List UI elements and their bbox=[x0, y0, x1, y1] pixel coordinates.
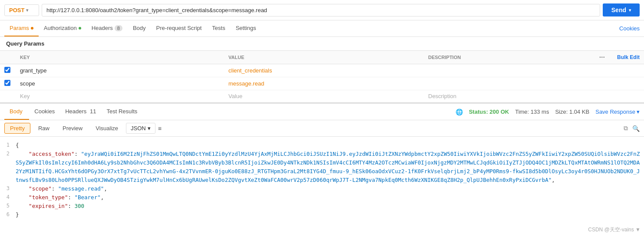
cookies-link[interactable]: Cookies bbox=[619, 21, 640, 36]
row1-value: client_credentials bbox=[228, 67, 272, 74]
th-actions: ··· bbox=[594, 51, 609, 64]
response-tab-headers[interactable]: Headers 11 bbox=[60, 104, 101, 120]
language-selector[interactable]: JSON ▾ bbox=[126, 123, 155, 134]
th-check bbox=[0, 51, 16, 64]
url-input[interactable] bbox=[42, 4, 600, 16]
response-status: Status: 200 OK bbox=[469, 109, 509, 115]
tab-headers[interactable]: Headers 8 bbox=[86, 20, 128, 36]
format-preview-button[interactable]: Preview bbox=[57, 123, 88, 133]
response-tab-test-results-label: Test Results bbox=[106, 108, 137, 115]
response-headers-badge: 11 bbox=[90, 108, 96, 115]
bulk-actions-icon[interactable]: ··· bbox=[599, 53, 605, 61]
send-button[interactable]: Send ▾ bbox=[603, 3, 640, 16]
authorization-dot-icon bbox=[79, 27, 81, 30]
tab-params[interactable]: Params bbox=[4, 20, 39, 36]
response-tab-cookies-label: Cookies bbox=[34, 108, 55, 115]
code-line-2: 2 "access_token": "eyJraWQi0iI6M2IzNjFhZ… bbox=[0, 150, 644, 184]
empty-desc-placeholder: Description bbox=[428, 93, 456, 99]
row1-desc bbox=[424, 64, 594, 77]
th-value: VALUE bbox=[224, 51, 424, 64]
language-chevron-icon: ▾ bbox=[148, 125, 151, 132]
code-line-6: 6 } bbox=[0, 211, 644, 219]
tab-prerequest[interactable]: Pre-request Script bbox=[151, 20, 207, 36]
empty-value-placeholder: Value bbox=[228, 93, 242, 99]
globe-icon: 🌐 bbox=[456, 109, 463, 115]
row2-key: scope bbox=[20, 80, 35, 87]
save-response-chevron-icon: ▾ bbox=[637, 109, 640, 115]
empty-key-placeholder: Key bbox=[20, 93, 30, 99]
row2-checkbox[interactable] bbox=[4, 80, 10, 86]
params-dot-icon bbox=[31, 27, 33, 30]
send-chevron-icon: ▾ bbox=[629, 8, 631, 13]
response-tab-cookies[interactable]: Cookies bbox=[29, 104, 60, 120]
response-size: Size: 1.04 KB bbox=[555, 109, 589, 115]
format-raw-button[interactable]: Raw bbox=[33, 123, 55, 133]
row2-desc bbox=[424, 77, 594, 90]
format-pretty-button[interactable]: Pretty bbox=[4, 123, 30, 134]
tab-settings[interactable]: Settings bbox=[231, 20, 261, 36]
format-bar: Pretty Raw Preview Visualize JSON ▾ ≡ ⧉ … bbox=[0, 120, 644, 137]
query-params-section: Query Params KEY VALUE DESCRIPTION ··· B… bbox=[0, 37, 644, 102]
table-row-empty: Key Value Description bbox=[0, 90, 644, 102]
save-response-label: Save Response bbox=[595, 109, 635, 115]
copy-icon[interactable]: ⧉ bbox=[624, 125, 628, 132]
code-line-3: 3 "scope": "message.read", bbox=[0, 184, 644, 193]
response-tab-body[interactable]: Body bbox=[4, 104, 29, 120]
tab-headers-label: Headers bbox=[92, 25, 113, 31]
tab-body-label: Body bbox=[133, 25, 146, 31]
response-section: Body Cookies Headers 11 Test Results 🌐 S… bbox=[0, 102, 644, 224]
tab-body[interactable]: Body bbox=[128, 20, 151, 36]
tab-settings-label: Settings bbox=[236, 25, 256, 31]
method-chevron-icon: ▾ bbox=[26, 8, 28, 13]
response-meta: 🌐 Status: 200 OK Time: 133 ms Size: 1.04… bbox=[456, 109, 640, 115]
request-tabs: Params Authorization Headers 8 Body Pre-… bbox=[0, 20, 644, 37]
response-tab-body-label: Body bbox=[10, 108, 23, 115]
th-key: KEY bbox=[16, 51, 224, 64]
response-tab-headers-label: Headers bbox=[65, 108, 86, 115]
tab-tests-label: Tests bbox=[212, 25, 225, 31]
code-line-1: 1 { bbox=[0, 141, 644, 150]
row2-value: message.read bbox=[228, 80, 264, 87]
query-params-title: Query Params bbox=[0, 37, 644, 50]
th-bulkedit[interactable]: Bulk Edit bbox=[609, 51, 644, 64]
response-tab-test-results[interactable]: Test Results bbox=[101, 104, 142, 120]
search-icon[interactable]: 🔍 bbox=[632, 125, 640, 132]
table-row: scope message.read bbox=[0, 77, 644, 90]
response-action-icons: ⧉ 🔍 bbox=[624, 125, 640, 132]
th-description: DESCRIPTION bbox=[424, 51, 594, 64]
method-label: POST bbox=[9, 7, 24, 13]
tab-authorization[interactable]: Authorization bbox=[39, 20, 86, 36]
tab-authorization-label: Authorization bbox=[44, 25, 77, 31]
headers-badge: 8 bbox=[115, 25, 122, 31]
code-line-4: 4 "token_type": "Bearer", bbox=[0, 193, 644, 202]
tab-tests[interactable]: Tests bbox=[207, 20, 230, 36]
tab-params-label: Params bbox=[10, 25, 29, 31]
table-row: grant_type client_credentials bbox=[0, 64, 644, 77]
tab-prerequest-label: Pre-request Script bbox=[156, 25, 202, 31]
send-label: Send bbox=[611, 7, 626, 13]
language-label: JSON bbox=[131, 125, 146, 132]
url-bar: POST ▾ Send ▾ bbox=[0, 0, 644, 20]
params-table: KEY VALUE DESCRIPTION ··· Bulk Edit gran… bbox=[0, 50, 644, 102]
row1-key: grant_type bbox=[20, 67, 46, 74]
response-tabs: Body Cookies Headers 11 Test Results 🌐 S… bbox=[0, 104, 644, 120]
code-line-5: 5 "expires_in": 300 bbox=[0, 202, 644, 211]
filter-icon[interactable]: ≡ bbox=[158, 125, 162, 132]
format-visualize-button[interactable]: Visualize bbox=[90, 123, 123, 133]
method-selector[interactable]: POST ▾ bbox=[4, 4, 39, 16]
response-time: Time: 133 ms bbox=[515, 109, 549, 115]
row1-checkbox[interactable] bbox=[4, 67, 10, 73]
save-response-button[interactable]: Save Response ▾ bbox=[595, 109, 640, 115]
response-body-code: 1 { 2 "access_token": "eyJraWQi0iI6M2IzN… bbox=[0, 137, 644, 224]
